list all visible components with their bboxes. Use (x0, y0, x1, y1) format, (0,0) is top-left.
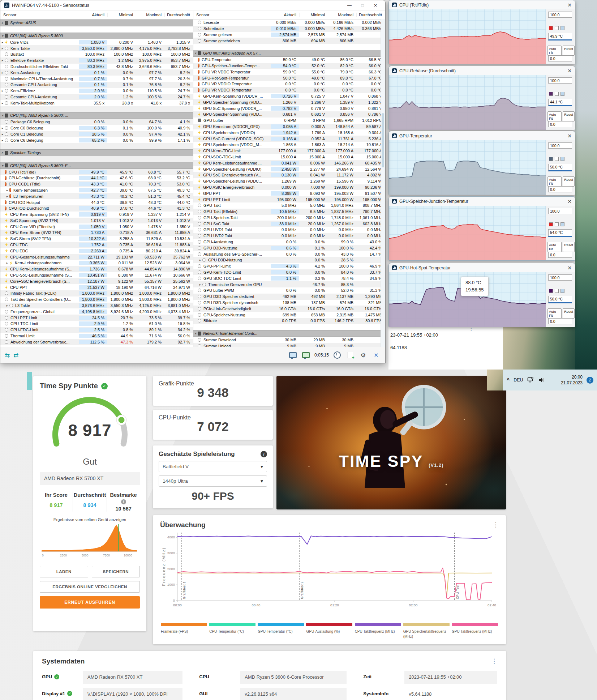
sensor-row[interactable]: SoC-Strom (SVI2 TFN)10.322 A8.258 A11.52… (0, 236, 193, 242)
reset-button[interactable]: Reset (563, 242, 575, 252)
network-icon[interactable] (527, 377, 534, 383)
preset-select[interactable]: 1440p Ultra ▼ (159, 475, 267, 487)
sensor-row[interactable]: CPU IOD Hotspot44.0 °C39.8 °C48.3 °C44.0… (0, 199, 193, 205)
sensor-row[interactable]: ▸Kern-Effizienz2.0 %0.0 %110.5 %24.7 % (0, 88, 193, 94)
sensor-row[interactable]: Schreibrate0.010 MB/s0.000 MB/s4.426 MB/… (193, 26, 385, 32)
sensor-row[interactable]: GPU-Speicher-Spannung (VDD...1.266 V1.26… (193, 99, 385, 105)
sensor-row[interactable]: GPU Lüfter PWM0.0 %0.0 %52.0 %31.3 % (193, 287, 385, 294)
sensor-row[interactable]: Core+SoC Energieverbrauch (S...12.187 W9… (0, 278, 193, 284)
legend-item[interactable]: GPU-Auslastung (%) (306, 623, 352, 639)
hwinfo-titlebar[interactable]: HWiNFO64 v7.44-5100 - Sensorstatus — □ ✕ (0, 0, 385, 10)
tray-clock[interactable]: 20:00 21.07.2023 (561, 374, 583, 386)
sensor-row[interactable]: Leserate0.000 MB/s0.000 MB/s0.166 MB/s0.… (193, 20, 385, 26)
sensor-row[interactable]: GPU-Kern-Spannung (VDDCR_...0.726 V0.725… (193, 93, 385, 99)
sensor-row[interactable]: GPU-Takt5.0 MHz5.0 MHz1,864.0 MHz808.7 M… (193, 202, 385, 209)
close-icon[interactable]: ✕ (567, 68, 572, 74)
autofit-button[interactable]: Auto Fit (547, 176, 562, 187)
sensor-row[interactable]: CPU PPT Limit24.5 %20.7 %73.5 %39.7 % (0, 315, 193, 321)
grid-color-swatch[interactable] (561, 222, 564, 226)
sensor-row[interactable]: SoC Spannung (SVI2 TFN)1.013 V1.013 V1.0… (0, 218, 193, 224)
sensor-row[interactable]: GPU D3D-Speicher dediziert492 MB492 MB2,… (193, 294, 385, 300)
sensor-row[interactable]: CPU-IOD-Durchschnitt40.9 °C37.8 °C44.6 °… (0, 205, 193, 212)
legend-item[interactable]: GPU Speichertaktfrequenz (MHz) (403, 623, 450, 639)
sensor-row[interactable]: GPU D3D-Speicher dynamisch138 MB137 MB57… (193, 300, 385, 306)
info-icon[interactable]: i (261, 451, 267, 457)
graph-window-titlebar[interactable]: CPU (Tctl/Tdie)✕ (389, 0, 575, 9)
info-icon[interactable]: i (121, 499, 126, 504)
close-sensors-icon[interactable]: ✕ (371, 350, 381, 360)
sensor-pane-left[interactable]: SensorAktuellMinimalMaximalDurchschnitt▸… (0, 10, 193, 347)
scrollbar[interactable] (381, 19, 385, 347)
sensor-row[interactable]: GPU-SOC-TDC-Limit1.1 %0.3 %78.4 %34.9 % (193, 275, 385, 281)
sensor-row[interactable]: CPU-Kern-Spannung (SVI2 TFN)0.919 V0.919… (0, 212, 193, 218)
sensor-row[interactable]: CPU-SoC-Leistungsaufnahme (S...10.451 W8… (0, 272, 193, 278)
sensor-row[interactable]: GPU D3D-Nutzung0.6 %0.1 %100.0 %42.4 % (193, 245, 385, 251)
sensor-row[interactable]: Infinity Fabric Takt (FCLK)1,800.0 MHz1,… (0, 290, 193, 296)
kebab-menu-icon[interactable]: ⋮ (493, 521, 499, 528)
sensor-row[interactable]: ▸Core C6 Belegung65.2 %0.0 %99.9 %17.1 % (0, 137, 193, 143)
sensor-row[interactable]: ▸GPU D3D-Nutzung0.0 %28.5 % (193, 257, 385, 263)
remote-monitor-icon[interactable] (288, 350, 298, 360)
scale-min-box[interactable]: 0.0 (548, 252, 572, 258)
scale-min-box[interactable]: 0.0 (548, 186, 572, 192)
sensor-row[interactable]: PCIe-Link-Geschwindigkeit16.0 GT/s16.0 G… (193, 306, 385, 312)
reset-button[interactable]: Reset (563, 176, 575, 187)
close-button[interactable]: ✕ (369, 1, 382, 10)
close-icon[interactable]: ✕ (567, 199, 572, 204)
sensor-row[interactable]: Auslastung des GPU-Speicher-...0.0 %0.0 … (193, 251, 385, 257)
bg-color-swatch[interactable] (555, 92, 559, 96)
sensor-row[interactable]: CPU-TDC-Limit2.9 %1.2 %61.0 %19.8 % (0, 321, 193, 327)
sensor-row[interactable]: Summe geschrieben806 MB694 MB806 MB (193, 38, 385, 44)
graph-window-titlebar[interactable]: GPU-Temperatur✕ (389, 131, 575, 140)
report-icon[interactable] (345, 350, 355, 360)
bg-color-swatch[interactable] (555, 157, 559, 161)
scale-min-box[interactable]: 0.0 (548, 55, 572, 61)
sensor-row[interactable]: GPU-Auslastung0.0 %0.0 %99.0 %43.0 % (193, 239, 385, 245)
legend-item[interactable]: CPU Taktfrequenz (MHz) (355, 623, 401, 639)
sensor-row[interactable]: CPU (Tctl/Tdie)49.9 °C45.9 °C68.8 °C55.7… (0, 169, 193, 175)
close-icon[interactable]: ✕ (567, 133, 572, 139)
close-icon[interactable]: ✕ (567, 265, 572, 271)
sensor-row[interactable]: ▸Kern-Auslastung0.1 %0.0 %97.7 %8.2 % (0, 69, 193, 76)
sensor-group-row[interactable]: ▾GPU [#0]: AMD Radeon RX 57... (193, 50, 385, 57)
sensor-row[interactable]: Durchschnittlicher Effektiver Takt80.3 M… (0, 64, 193, 70)
sensor-row[interactable]: CPU-Gesamt-Leistungsaufnahme22.711 W19.1… (0, 254, 193, 260)
grid-color-swatch[interactable] (561, 26, 564, 30)
autofit-button[interactable]: Auto Fit (547, 46, 562, 56)
sensor-row[interactable]: ▸Effektive Kerntakte80.3 MHz1.2 MHz3,975… (0, 57, 193, 64)
bg-color-swatch[interactable] (555, 222, 559, 226)
tray-language[interactable]: DEU (514, 377, 523, 383)
legend-item[interactable]: CPU-Temperatur (°C) (209, 623, 255, 639)
scale-max-box[interactable]: 100.0 (548, 142, 572, 149)
series-color-swatch[interactable] (549, 26, 553, 30)
scale-max-box[interactable]: 100.0 (548, 274, 572, 281)
scale-min-box[interactable]: 0.0 (548, 318, 572, 324)
graph-window-titlebar[interactable]: GPU-Hot-Spot-Temperatur✕ (389, 263, 575, 272)
sensor-row[interactable]: GPU-PPT-Limit4.3 %4.2 %100.0 %46.9 % (193, 263, 385, 269)
sensor-row[interactable]: CPU Kern-Leistungsaufnahme (S...1.736 W0… (0, 266, 193, 272)
sensor-row[interactable]: ▸Kern-Takt-Multiplikatoren35.5 x28.8 x41… (0, 100, 193, 106)
sensor-row[interactable]: CPU-Gehäuse (Durchschnitt)44.1 °C42.6 °C… (0, 175, 193, 181)
sensor-row[interactable]: GPU-Speicherstrom (VDDCI_M...1.863 A1.86… (193, 142, 385, 148)
sensor-row[interactable]: CPU CCD1 (Tdie)43.3 °C41.0 °C70.3 °C53.0… (0, 181, 193, 187)
sensor-group-row[interactable]: ▾CPU [#0]: AMD Ryzen 5 3600 (0, 33, 193, 39)
sensor-row[interactable]: Summe gelesen2,574 MB2,573 MB2,574 MB (193, 32, 385, 38)
sensor-group-row[interactable]: ▾Network: Intel Ethernet Contr... (193, 330, 385, 337)
sensor-row[interactable]: CPU Core VID (Effective)1.050 V1.050 V1.… (0, 223, 193, 230)
taskbar[interactable]: ^ DEU 20:00 21.07.2023 2 (503, 370, 597, 390)
jump-first-icon[interactable]: ⇆ (5, 351, 10, 359)
series-color-swatch[interactable] (549, 92, 553, 96)
scale-max-box[interactable]: 100.0 (548, 77, 572, 84)
legend-item[interactable]: GPU Taktfrequenz (MHz) (452, 623, 498, 639)
dual-screen-icon[interactable] (301, 350, 311, 360)
sensor-row[interactable]: GPU-Kern-TDC-Limit177.000 A177.000 A177.… (193, 148, 385, 154)
minimize-button[interactable]: — (343, 1, 356, 10)
sensor-row[interactable]: GPU VR VDDC Temperatur59.0 °C55.0 °C79.0… (193, 69, 385, 75)
graph-window-titlebar[interactable]: GPU-Speicher-Junction-Temperatur✕ (389, 197, 575, 206)
scale-max-box[interactable]: 100.0 (548, 12, 572, 18)
sensor-row[interactable]: CPU EDC2.260 A0.735 A80.210 A30.824 A (0, 248, 193, 254)
sensor-row[interactable]: GPU-PPT-Limit195.000 W195.000 W195.000 W… (193, 196, 385, 202)
sensor-row[interactable]: GPU-Temperatur50.0 °C49.0 °C86.0 °C66.5 … (193, 57, 385, 63)
grid-color-swatch[interactable] (561, 289, 564, 293)
speaker-icon[interactable] (538, 377, 545, 383)
